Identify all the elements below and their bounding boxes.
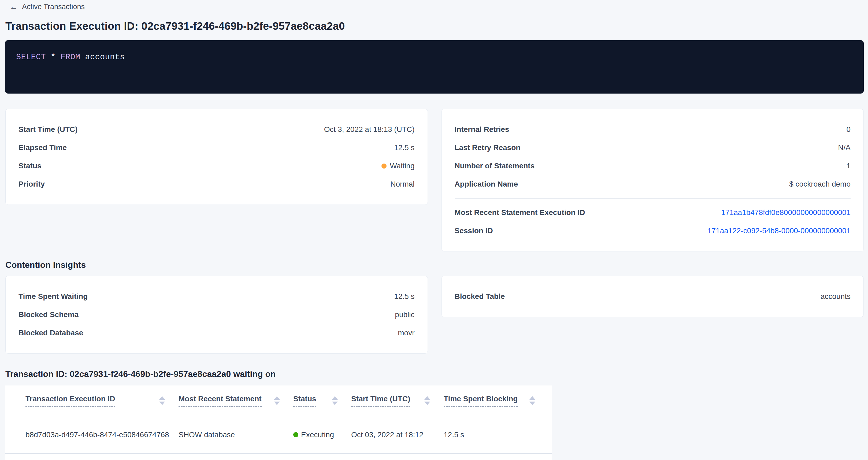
column-header-status[interactable]: Status xyxy=(293,395,338,416)
time-spent-waiting-value: 12.5 s xyxy=(394,292,414,301)
priority-value: Normal xyxy=(390,180,414,188)
column-header-start-time[interactable]: Start Time (UTC) xyxy=(351,395,430,416)
row-time-spent-waiting: Time Spent Waiting 12.5 s xyxy=(6,287,428,306)
row-number-of-statements: Number of Statements 1 xyxy=(442,157,864,175)
table-row: b8d7d03a-d497-446b-8474-e50846674768 SHO… xyxy=(5,416,552,454)
cell-status: Executing xyxy=(293,431,338,439)
row-blocked-database: Blocked Database movr xyxy=(6,324,428,342)
statement-execution-id-link[interactable]: 171aa1b478fdf0e80000000000000001 xyxy=(721,208,850,217)
time-spent-waiting-label: Time Spent Waiting xyxy=(19,292,88,301)
sort-arrows-icon[interactable] xyxy=(424,396,430,405)
internal-retries-value: 0 xyxy=(846,125,850,134)
status-executing-dot-icon xyxy=(293,432,298,437)
column-header-label: Status xyxy=(293,395,316,407)
sql-keyword-select: SELECT xyxy=(16,53,46,62)
column-header-label: Start Time (UTC) xyxy=(351,395,410,407)
waiting-on-heading: Transaction ID: 02ca7931-f246-469b-b2fe-… xyxy=(5,369,868,379)
number-of-statements-label: Number of Statements xyxy=(455,162,535,170)
last-retry-reason-label: Last Retry Reason xyxy=(455,144,521,152)
sort-arrows-icon[interactable] xyxy=(332,396,338,405)
sql-star: * xyxy=(51,53,56,62)
number-of-statements-value: 1 xyxy=(846,162,850,170)
row-statement-execution-id: Most Recent Statement Execution ID 171aa… xyxy=(442,204,864,222)
contention-card-left: Time Spent Waiting 12.5 s Blocked Schema… xyxy=(5,276,428,354)
row-blocked-schema: Blocked Schema public xyxy=(6,306,428,324)
elapsed-time-value: 12.5 s xyxy=(394,144,414,152)
start-time-value: Oct 3, 2022 at 18:13 (UTC) xyxy=(324,125,415,134)
table-footer xyxy=(5,454,552,460)
column-header-time-spent-blocking[interactable]: Time Spent Blocking xyxy=(444,395,535,416)
session-id-link[interactable]: 171aa122-c092-54b8-0000-000000000001 xyxy=(707,226,850,235)
back-link-label: Active Transactions xyxy=(22,3,85,11)
row-last-retry-reason: Last Retry Reason N/A xyxy=(442,139,864,157)
cell-transaction-execution-id: b8d7d03a-d497-446b-8474-e50846674768 xyxy=(26,431,165,439)
blocked-schema-label: Blocked Schema xyxy=(19,310,79,319)
sort-arrows-icon[interactable] xyxy=(159,396,165,405)
blocked-table-label: Blocked Table xyxy=(455,292,505,301)
row-session-id: Session ID 171aa122-c092-54b8-0000-00000… xyxy=(442,222,864,240)
application-name-label: Application Name xyxy=(455,180,518,188)
priority-label: Priority xyxy=(19,180,45,188)
column-header-label: Most Recent Statement xyxy=(179,395,261,407)
column-header-transaction-execution-id[interactable]: Transaction Execution ID xyxy=(26,395,165,416)
sql-table-name: accounts xyxy=(85,53,125,62)
row-application-name: Application Name $ cockroach demo xyxy=(442,175,864,193)
contention-cards-row: Time Spent Waiting 12.5 s Blocked Schema… xyxy=(5,276,864,354)
cell-most-recent-statement: SHOW database xyxy=(179,431,280,439)
start-time-label: Start Time (UTC) xyxy=(19,125,78,134)
sql-statement: SELECT*FROMaccounts xyxy=(16,53,125,62)
page-title: Transaction Execution ID: 02ca7931-f246-… xyxy=(5,20,863,32)
internal-retries-label: Internal Retries xyxy=(455,125,509,134)
status-executing-text: Executing xyxy=(301,431,334,439)
blocked-schema-value: public xyxy=(395,310,414,319)
column-header-label: Transaction Execution ID xyxy=(26,395,115,407)
column-header-label: Time Spent Blocking xyxy=(444,395,518,407)
row-elapsed-time: Elapsed Time 12.5 s xyxy=(6,139,428,157)
last-retry-reason-value: N/A xyxy=(838,144,850,152)
row-priority: Priority Normal xyxy=(6,175,428,193)
back-arrow-icon: ← xyxy=(10,3,18,11)
sort-arrows-icon[interactable] xyxy=(274,396,280,405)
table-header-row: Transaction Execution ID Most Recent Sta… xyxy=(5,386,552,416)
row-blocked-table: Blocked Table accounts xyxy=(442,287,864,306)
contention-card-right: Blocked Table accounts xyxy=(441,276,864,317)
cell-time-spent-blocking: 12.5 s xyxy=(444,431,535,439)
back-to-active-transactions-link[interactable]: ← Active Transactions xyxy=(10,3,85,11)
sort-arrows-icon[interactable] xyxy=(529,396,535,405)
summary-card-left: Start Time (UTC) Oct 3, 2022 at 18:13 (U… xyxy=(5,109,428,205)
status-waiting-dot-icon xyxy=(381,163,386,168)
card-divider xyxy=(455,198,851,198)
transaction-details-page: ← Active Transactions Transaction Execut… xyxy=(0,0,868,460)
contention-insights-heading: Contention Insights xyxy=(5,260,868,270)
sql-statement-box: SELECT*FROMaccounts xyxy=(5,40,864,94)
blocked-table-value: accounts xyxy=(820,292,850,301)
blocked-database-value: movr xyxy=(398,329,414,337)
row-internal-retries: Internal Retries 0 xyxy=(442,120,864,139)
cell-start-time: Oct 03, 2022 at 18:12 xyxy=(351,431,430,439)
status-value: Waiting xyxy=(381,162,414,170)
blocked-database-label: Blocked Database xyxy=(19,329,83,337)
summary-card-right: Internal Retries 0 Last Retry Reason N/A… xyxy=(441,109,864,251)
status-waiting-text: Waiting xyxy=(390,162,414,170)
status-label: Status xyxy=(19,162,41,170)
sql-keyword-from: FROM xyxy=(61,53,81,62)
row-status: Status Waiting xyxy=(6,157,428,175)
summary-cards-row: Start Time (UTC) Oct 3, 2022 at 18:13 (U… xyxy=(5,109,864,251)
statement-execution-id-label: Most Recent Statement Execution ID xyxy=(455,208,585,217)
column-header-most-recent-statement[interactable]: Most Recent Statement xyxy=(179,395,280,416)
elapsed-time-label: Elapsed Time xyxy=(19,144,67,152)
application-name-value: $ cockroach demo xyxy=(789,180,850,188)
waiting-on-table: Transaction Execution ID Most Recent Sta… xyxy=(5,386,552,460)
row-start-time: Start Time (UTC) Oct 3, 2022 at 18:13 (U… xyxy=(6,120,428,139)
session-id-label: Session ID xyxy=(455,226,493,235)
